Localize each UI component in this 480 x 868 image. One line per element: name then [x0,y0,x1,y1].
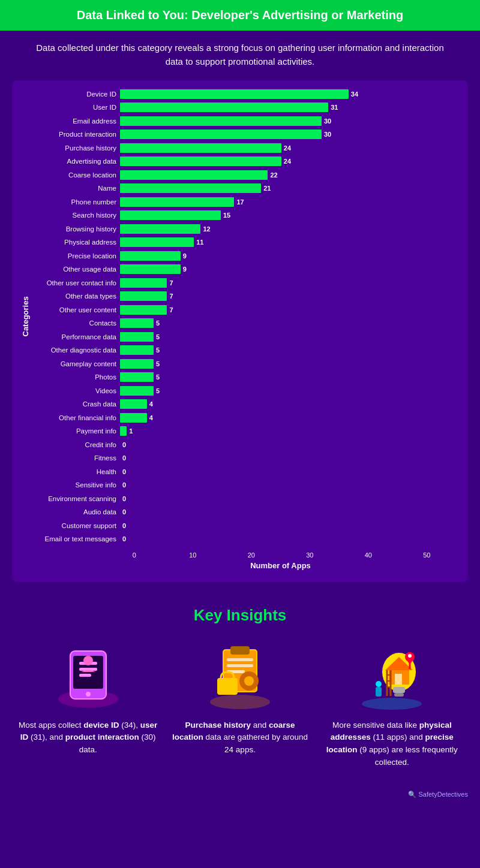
bar-track: 24 [120,156,456,166]
bar-value: 5 [156,373,160,381]
svg-rect-29 [376,687,382,697]
bar-value: 11 [196,239,203,246]
svg-rect-10 [230,646,250,655]
svg-rect-11 [227,658,253,661]
bar-track: 0 [120,453,456,463]
bar-fill [120,237,194,247]
bar-value: 5 [156,320,160,327]
bar-row: Email or text messages0 [33,533,456,545]
bar-label: Physical address [33,239,120,246]
bar-label: Credit info [33,441,120,448]
bar-fill [120,372,154,382]
bar-label: Email address [33,117,120,125]
bar-value: 0 [122,508,126,516]
bar-value: 15 [223,212,230,219]
insight-card: More sensitive data like physical addres… [322,639,462,770]
bar-track: 0 [120,494,456,504]
x-tick: 50 [398,551,457,559]
bar-label: Coarse location [33,171,120,179]
bar-label: Other financial info [33,414,120,421]
bar-row: Credit info0 [33,439,456,451]
chart-area: Categories Device ID34User ID31Email add… [12,80,468,582]
bar-row: Photos5 [33,371,456,383]
bar-fill [120,210,221,220]
bar-row: Other data types7 [33,290,456,302]
bar-row: Other usage data9 [33,263,456,275]
bar-row: Audio data0 [33,506,456,518]
bar-value: 12 [203,225,210,233]
bar-track: 7 [120,278,456,288]
bar-label: Search history [33,212,120,219]
bar-track: 5 [120,372,456,382]
svg-point-21 [362,698,422,710]
bar-track: 5 [120,359,456,369]
x-tick: 40 [339,551,398,559]
bar-fill [120,197,234,207]
footer: 🔍 SafetyDetectives [0,787,480,807]
bar-value: 22 [270,171,277,179]
bar-track: 7 [120,305,456,315]
bar-row: Search history15 [33,209,456,221]
svg-rect-16 [248,671,250,675]
bar-label: Contacts [33,320,120,327]
bar-value: 0 [122,535,126,542]
svg-rect-5 [79,674,91,677]
bar-label: Product interaction [33,131,120,138]
bar-label: Purchase history [33,144,120,152]
bar-track: 0 [120,534,456,544]
bar-value: 30 [324,117,331,125]
bar-track: 7 [120,291,456,301]
bar-fill [120,183,261,193]
bar-label: Videos [33,387,120,394]
insight-card: Purchase history and coarse location dat… [170,639,310,770]
bar-fill [120,89,349,99]
bar-track: 12 [120,224,456,234]
bar-track: 0 [120,440,456,450]
bar-fill [120,278,167,288]
bar-label: Other usage data [33,266,120,273]
bar-row: Customer support0 [33,520,456,532]
bar-row: Name21 [33,182,456,194]
bar-row: Gameplay content5 [33,358,456,370]
bar-track: 34 [120,89,456,99]
bar-value: 7 [169,279,173,287]
bar-row: Physical address11 [33,236,456,248]
bar-track: 11 [120,237,456,247]
bar-label: Device ID [33,91,120,98]
insight-text: More sensitive data like physical addres… [322,719,462,770]
bar-label: Customer support [33,522,120,529]
bar-track: 9 [120,264,456,274]
bar-row: Fitness0 [33,452,456,464]
bar-fill [120,399,147,409]
bar-track: 24 [120,143,456,153]
key-insights-section: Key Insights Most apps collect device ID… [0,594,480,788]
y-axis-label: Categories [18,86,33,547]
bar-fill [120,170,268,180]
svg-point-36 [408,654,412,658]
bar-fill [120,264,181,274]
bar-label: Gameplay content [33,360,120,367]
bar-row: Payment info1 [33,425,456,437]
bar-track: 9 [120,251,456,261]
bar-row: Precise location9 [33,250,456,262]
bar-track: 5 [120,318,456,328]
bar-label: Fitness [33,454,120,462]
bar-value: 5 [156,346,160,354]
svg-point-15 [244,676,254,686]
bar-fill [120,251,181,261]
bar-value: 7 [169,306,173,314]
bar-value: 0 [122,441,126,448]
bar-value: 30 [324,131,331,138]
bar-track: 4 [120,413,456,423]
bar-row: User ID31 [33,101,456,113]
bar-label: Name [33,185,120,192]
bar-label: Photos [33,373,120,381]
title-bar: Data Linked to You: Developer's Advertis… [0,0,480,31]
bar-fill [120,305,167,315]
bar-fill [120,426,127,436]
bar-row: Device ID34 [33,88,456,100]
footer-logo: 🔍 SafetyDetectives [408,791,468,798]
insight-text: Purchase history and coarse location dat… [170,719,310,757]
bar-track: 0 [120,480,456,490]
svg-point-28 [376,681,382,687]
